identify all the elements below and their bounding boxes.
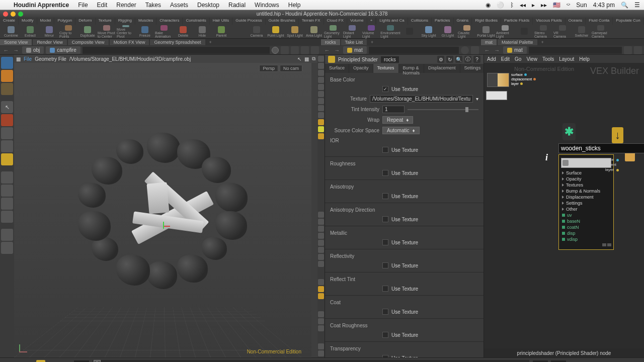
shelf-tab-particle-fluids[interactable]: Particle Fluids	[501, 18, 532, 25]
shelf-caustic-light[interactable]: Caustic Light	[458, 25, 476, 38]
reflectivity-use-texture-checkbox[interactable]	[382, 262, 388, 268]
shelf-extract[interactable]: Extract	[21, 25, 39, 38]
pane-tab-scene-view[interactable]: Scene View	[0, 39, 32, 45]
path-input-3[interactable]	[529, 47, 622, 54]
shelf-tab-polygon[interactable]: Polygon	[54, 18, 75, 25]
menu-render[interactable]: Render	[112, 2, 140, 9]
vrt-14[interactable]	[318, 219, 324, 225]
shelf-switcher[interactable]: Switcher	[573, 25, 591, 38]
pane-tab-composite-view[interactable]: Composite View	[68, 39, 109, 45]
shelf-bake-animation[interactable]: Bake Animation	[155, 25, 173, 38]
net-menu-help[interactable]: Help	[579, 56, 590, 62]
tl-play-button[interactable]: ▶	[36, 360, 45, 363]
tint-value-field[interactable]: 1	[382, 106, 405, 113]
bluetooth-icon[interactable]: ᛒ	[510, 2, 514, 9]
net-menu-view[interactable]: View	[526, 56, 537, 62]
shelf-tab-rigging[interactable]: Rigging	[115, 18, 135, 25]
persp-dropdown[interactable]: Persp	[259, 65, 278, 72]
menu-file[interactable]: File	[73, 2, 92, 9]
tool-handle[interactable]	[1, 153, 13, 165]
ctx-btn-1[interactable]	[272, 47, 279, 54]
shelf-move-center-to-pivot[interactable]: Move Center to Pivot	[117, 25, 135, 38]
shelf-gamepad-camera[interactable]: Gamepad Camera	[592, 25, 610, 38]
vrt-15[interactable]	[318, 226, 324, 232]
add-pane-tab[interactable]: +	[206, 39, 215, 45]
clock-day[interactable]: Sun	[576, 2, 587, 9]
popup-resize-2[interactable]	[607, 243, 611, 246]
popup-item-other[interactable]: Other	[559, 206, 613, 212]
popup-item-basen[interactable]: baseN	[559, 218, 613, 224]
back-button[interactable]: ←	[2, 46, 10, 54]
vrt-9[interactable]	[318, 112, 324, 118]
shelf-delete[interactable]: Delete	[174, 25, 192, 38]
tool-select[interactable]	[1, 70, 13, 82]
ctx-btn-d[interactable]	[634, 46, 642, 54]
radial-up-icon[interactable]: ✱	[562, 123, 576, 140]
search-icon[interactable]: 🔍	[621, 2, 628, 9]
shelf-tab-collisions[interactable]: Collisions	[408, 18, 431, 25]
ctx-btn-5[interactable]	[311, 46, 319, 54]
shelf-mirror[interactable]: Mirror	[40, 25, 58, 38]
shelf-sky-light[interactable]: Sky Light	[420, 25, 438, 38]
vrt-3[interactable]	[318, 70, 324, 76]
vrt-6[interactable]	[318, 91, 324, 97]
shelf-tab-muscles[interactable]: Muscles	[135, 18, 156, 25]
back-button-2[interactable]: ←	[323, 46, 331, 54]
vrt-11[interactable]	[318, 126, 324, 132]
shelf-vr-camera[interactable]: VR Camera	[553, 25, 572, 38]
path-input-2[interactable]	[369, 47, 459, 54]
vrt-1[interactable]	[318, 56, 324, 62]
shelf-tab-rigid-bodies[interactable]: Rigid Bodies	[472, 18, 501, 25]
shelf-tab-guide-brushes[interactable]: Guide Brushes	[266, 18, 298, 25]
shelf-copy-to-points[interactable]: Copy to Points	[59, 25, 77, 38]
shelf-freeze[interactable]: Freeze	[136, 25, 154, 38]
menu-takes[interactable]: Takes	[141, 2, 166, 9]
shelf-portal-light[interactable]: Portal Light	[477, 25, 495, 38]
camera-dropdown[interactable]: No cam	[280, 65, 302, 72]
base-color-use-texture-checkbox[interactable]	[382, 86, 388, 92]
pane-tab-mat[interactable]: mat	[481, 39, 497, 45]
pane-tab-motion-fx-view[interactable]: Motion FX View	[110, 39, 149, 45]
help-icon[interactable]: ?	[473, 56, 480, 63]
zoom-window-button[interactable]	[18, 12, 23, 17]
siri-icon[interactable]: ◉	[486, 2, 491, 9]
shelf-tab-texture[interactable]: Texture	[96, 18, 115, 25]
obj-chip[interactable]: obj	[22, 46, 44, 54]
minimize-window-button[interactable]	[11, 12, 16, 17]
mini-preview[interactable]	[486, 91, 507, 100]
wrap-dropdown[interactable]: Repeat♦	[382, 116, 413, 124]
vrt-23[interactable]	[318, 293, 324, 299]
shelf-stereo-camera[interactable]: Stereo Camera	[534, 25, 552, 38]
vp-hdr-btn-2[interactable]: ▦	[304, 56, 309, 62]
radial-down-icon[interactable]: ↓	[612, 127, 623, 143]
shelf-volume-light[interactable]: Volume Light	[362, 25, 380, 38]
add-pane-tab[interactable]: +	[368, 39, 376, 45]
net-menu-edit[interactable]: Edit	[501, 56, 510, 62]
gear-icon[interactable]: ⚙	[437, 56, 444, 63]
spotlight-icon[interactable]: ⚪	[497, 2, 504, 9]
shelf-ambient-light[interactable]: Ambient Light	[496, 25, 514, 38]
tool-3[interactable]	[1, 83, 13, 95]
pane-tab-material-palette[interactable]: Material Palette	[498, 39, 537, 45]
pane-tab-geometry-spreadsheet[interactable]: Geometry Spreadsheet	[150, 39, 205, 45]
vrt-12[interactable]	[318, 133, 324, 139]
shelf-combine[interactable]: Combine	[2, 25, 20, 38]
vrt-24[interactable]	[318, 311, 324, 317]
popup-item-textures[interactable]: Textures	[559, 182, 613, 188]
shelf-tab-oceans[interactable]: Oceans	[566, 18, 586, 25]
reload-icon[interactable]: ↻	[446, 56, 453, 63]
shelf-tab-terrain-fx[interactable]: Terrain FX	[299, 18, 324, 25]
ctx-btn-4[interactable]	[301, 46, 309, 54]
reflect-tint-use-texture-checkbox[interactable]	[382, 286, 388, 292]
net-menu-add[interactable]: Add	[487, 56, 496, 62]
vrt-13[interactable]	[318, 212, 324, 218]
existing-shader-node[interactable]	[487, 73, 509, 87]
popup-resize-1[interactable]	[602, 243, 606, 246]
texture-path-field[interactable]: /Volumes/Storage_EL/BHUMI/Houdini/Textu	[370, 95, 473, 103]
vrt-19[interactable]	[318, 254, 324, 260]
tl-opt-3[interactable]: ↻	[586, 360, 595, 363]
param-tab-surface[interactable]: Surface	[325, 64, 349, 73]
tl-opt-5[interactable]: ▾	[635, 360, 644, 363]
vrt-8[interactable]	[318, 105, 324, 111]
shelf-point-light[interactable]: Point Light	[267, 25, 285, 38]
